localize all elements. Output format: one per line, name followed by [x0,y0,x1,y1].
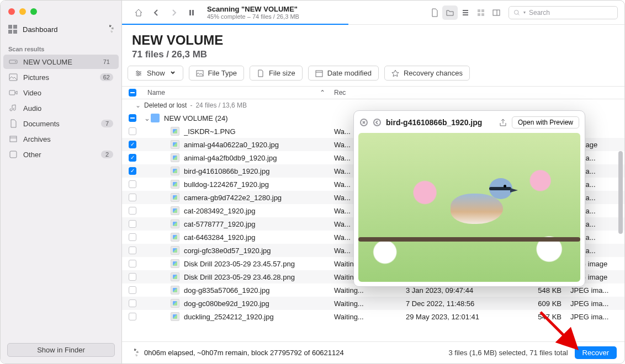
file-icon [171,312,179,321]
sidebar-item-new-volume[interactable]: NEW VOLUME 71 [3,55,119,69]
sidebar-item-documents[interactable]: Documents 7 [3,116,119,131]
checkbox[interactable] [129,154,136,162]
date-modified-filter[interactable]: Date modified [308,66,379,81]
checkbox[interactable] [129,194,136,201]
checkbox[interactable] [129,141,136,148]
svg-rect-5 [10,151,17,158]
select-all-checkbox[interactable] [129,89,136,97]
svg-rect-3 [9,90,15,95]
sidebar-item-audio[interactable]: Audio [3,101,119,115]
back-icon[interactable] [149,6,164,20]
sidebar-item-pictures[interactable]: Pictures 62 [3,70,119,84]
view-folder-icon[interactable] [442,6,458,20]
window-minimize[interactable] [19,8,26,15]
checkbox[interactable] [129,247,136,254]
chevron-down-icon [170,69,176,77]
document-icon [9,119,18,128]
sliders-icon [135,69,142,77]
sidebar-item-dashboard[interactable]: Dashboard [1,20,121,38]
file-name: dog-gc080be92d_1920.jpg [184,299,269,308]
pause-icon[interactable] [184,6,199,20]
sidebar-item-other[interactable]: Other 2 [3,147,119,162]
vertical-scrollbar[interactable] [617,129,624,333]
sidebar-item-label: Other [23,151,41,159]
sidebar-item-video[interactable]: Video [3,85,119,100]
sidebar-section-label: Scan results [1,38,121,55]
toggle-sidebar-icon[interactable] [489,6,504,20]
group-meta: 24 files / 13,6 MB [195,101,247,109]
open-with-preview-button[interactable]: Open with Preview [512,116,579,129]
file-icon [171,220,179,228]
recovery-status: Waiting... [330,313,401,321]
table-row[interactable]: duckling_2524212_1920.jpgWaiting...29 Ma… [122,310,624,323]
recovery-chances-label: Recovery chances [404,69,463,77]
checkbox[interactable] [129,313,136,320]
calendar-icon [315,69,323,77]
file-size: 548 KB [523,286,566,295]
file-icon [171,246,179,255]
search-input[interactable]: ▾ Search [509,6,618,19]
column-name[interactable]: Name⌃ [143,89,330,97]
window-close[interactable] [8,8,15,15]
sidebar-item-label: Video [23,89,41,97]
checkbox[interactable] [129,273,136,281]
window-zoom[interactable] [30,8,37,15]
file-size-filter[interactable]: File size [250,66,303,81]
svg-rect-12 [493,10,500,15]
file-type-filter[interactable]: File Type [189,66,245,81]
view-document-icon[interactable] [427,6,442,20]
svg-point-16 [137,74,139,76]
sidebar-item-label: NEW VOLUME [23,58,72,66]
picture-icon [196,69,204,77]
checkbox[interactable] [129,299,136,307]
file-icon [171,286,179,295]
home-icon[interactable] [131,6,146,20]
column-recovery[interactable]: Rec [330,89,401,97]
show-in-finder-button[interactable]: Show in Finder [7,343,115,357]
other-icon [9,150,18,159]
view-grid-icon[interactable] [473,6,489,20]
file-name: duckling_2524212_1920.jpg [184,313,274,321]
group-label: Deleted or lost [144,101,187,109]
svg-rect-11 [481,13,484,16]
checkbox[interactable] [129,167,136,175]
svg-point-14 [137,71,139,72]
search-placeholder: Search [529,9,550,17]
checkbox[interactable] [129,180,136,188]
search-chevron-icon: ▾ [523,10,526,15]
recovery-chances-filter[interactable]: Recovery chances [384,66,470,81]
file-icon [171,259,179,268]
close-icon[interactable] [359,118,368,127]
view-list-icon[interactable] [458,6,473,20]
file-icon [171,233,179,242]
file-name: animal-g44a0622a0_1920.jpg [184,141,279,149]
sort-asc-icon: ⌃ [320,89,325,97]
file-icon [171,180,179,189]
checkbox[interactable] [129,114,136,122]
show-filter[interactable]: Show [128,66,183,81]
forward-icon[interactable] [166,6,182,20]
file-size-label: File size [269,69,295,77]
dashboard-label: Dashboard [23,25,58,34]
checkbox[interactable] [129,260,136,267]
page-subtitle: 71 files / 26,3 MB [132,49,615,60]
previous-icon[interactable] [373,118,382,127]
file-name: animal-g4a2fb0db9_1920.jpg [184,154,277,162]
checkbox[interactable] [129,233,136,241]
svg-rect-7 [192,10,194,15]
svg-rect-2 [9,74,17,81]
svg-point-13 [515,10,519,14]
sidebar-item-archives[interactable]: Archives [3,132,119,146]
file-icon [171,193,179,202]
recover-button[interactable]: Recover [575,346,617,359]
table-row[interactable]: dog-gc080be92d_1920.jpgWaiting...7 Dec 2… [122,297,624,310]
checkbox[interactable] [129,220,136,228]
checkbox[interactable] [129,127,136,135]
share-icon[interactable] [499,118,507,127]
scan-subtitle: 45% complete – 74 files / 26,3 MB [207,13,299,20]
checkbox[interactable] [129,207,136,215]
group-header[interactable]: ⌄ Deleted or lost - 24 files / 13,6 MB [122,99,624,111]
file-icon [171,272,179,281]
checkbox[interactable] [129,286,136,294]
scan-progress-bar [122,24,348,25]
